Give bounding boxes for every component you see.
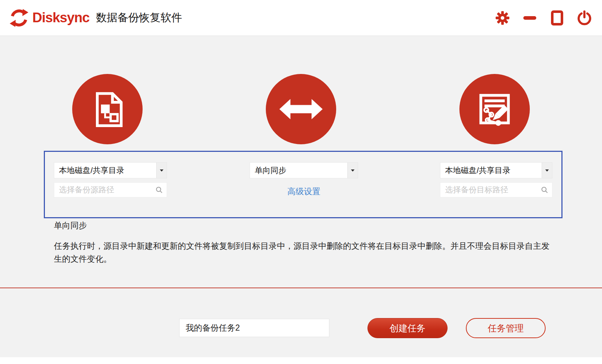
red-divider [0,288,602,288]
double-arrow-icon [278,86,324,132]
chevron-down-icon[interactable] [542,163,552,178]
target-type-value: 本地磁盘/共享目录 [440,165,542,176]
power-button[interactable] [577,9,592,27]
task-name-input[interactable] [179,319,329,337]
minimize-icon [523,16,536,20]
brand: Disksync 数据备份恢复软件 [0,8,182,28]
brand-name: Disksync [32,10,89,25]
target-circle [459,74,530,144]
sync-mode-circle [266,74,336,144]
main-area: 本地磁盘/共享目录 单向同步 高级设置 本地磁盘/共享目录 单向同步 [0,36,602,360]
chevron-down-icon[interactable] [347,163,358,178]
target-type-dropdown[interactable]: 本地磁盘/共享目录 [440,162,552,178]
gear-icon [495,11,510,25]
source-path-box [54,182,167,197]
window-controls [495,9,602,27]
settings-button[interactable] [495,9,510,27]
target-path-box [440,182,552,197]
chevron-down-icon[interactable] [156,163,167,178]
maximize-button[interactable] [550,9,565,27]
header: Disksync 数据备份恢复软件 [0,0,602,36]
file-tree-document-icon [84,86,130,132]
sync-mode-dropdown[interactable]: 单向同步 [250,162,358,178]
source-type-dropdown[interactable]: 本地磁盘/共享目录 [54,162,167,178]
bottom-strip [0,357,602,360]
maximize-icon [551,10,563,25]
minimize-button[interactable] [522,9,537,27]
sync-mode-value: 单向同步 [250,165,347,176]
search-icon[interactable] [541,186,548,193]
mode-description: 任务执行时，源目录中新建和更新的文件将被复制到目标目录中，源目录中删除的文件将在… [54,239,557,265]
advanced-settings-link[interactable]: 高级设置 [250,186,358,197]
source-path-input[interactable] [54,185,156,195]
source-circle [72,74,143,144]
app-window: Disksync 数据备份恢复软件 [0,0,602,364]
task-manage-button[interactable]: 任务管理 [466,318,546,338]
power-icon [577,10,592,25]
source-type-value: 本地磁盘/共享目录 [54,165,156,176]
create-task-button[interactable]: 创建任务 [367,318,448,338]
target-path-input[interactable] [440,185,541,195]
document-edit-icon [472,86,518,132]
page-title: 数据备份恢复软件 [96,10,182,25]
search-icon[interactable] [156,186,163,193]
mode-title: 单向同步 [54,220,87,231]
sync-logo-icon [9,8,29,28]
